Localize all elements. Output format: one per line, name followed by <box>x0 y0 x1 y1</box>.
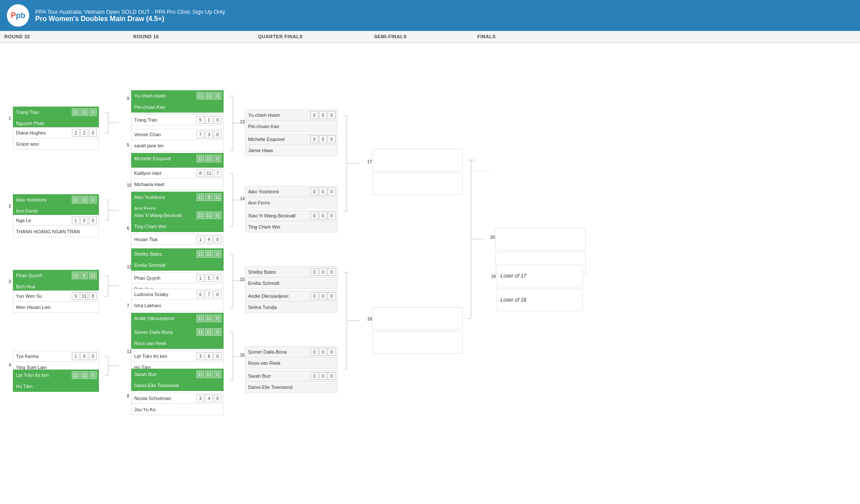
logo: Ppb <box>7 4 29 27</box>
r16-num-6: 6 <box>127 226 129 231</box>
qf-match-13: Yu-chieh Hsieh 0 0 0 Pei-chuan Kao Miche… <box>245 110 338 156</box>
seed-4-label: 4 <box>9 363 11 367</box>
header-text: PPA Tour Australia: Vietnam Open SOLD OU… <box>35 9 225 23</box>
round-label-r16: ROUND 16 <box>129 31 254 42</box>
round-labels: ROUND 32 ROUND 16 QUARTER FINALS SEMI-FI… <box>0 31 860 43</box>
r16-match-12: Somer Dalla-Bona 11 11 0 Roos van Reek L… <box>131 327 224 373</box>
finals-num-20: 20 <box>490 235 495 240</box>
team-name: Diana Hughes <box>16 130 72 135</box>
qf-num-15: 15 <box>240 277 245 282</box>
team-name: Nguyen Phan <box>16 121 97 126</box>
r32-match-2-team1: Aiko Yoshitomi 11 11 0 Anri Ferris <box>13 194 99 217</box>
team-name: Trang Tran <box>16 110 72 115</box>
loser-18-label: Loser of 18 <box>501 297 526 303</box>
r16-num-8: 8 <box>127 394 129 398</box>
r16-num-7: 7 <box>127 303 129 308</box>
qf-num-16: 16 <box>240 353 245 357</box>
qf-num-13: 13 <box>240 119 245 124</box>
header-subtitle: Pro Women's Doubles Main Draw (4.5+) <box>35 15 225 23</box>
qf-num-14: 14 <box>240 196 245 201</box>
seed-1-label: 1 <box>9 116 11 121</box>
sf-num-17: 17 <box>367 159 372 164</box>
r32-match-3-team1: Phan Quynh 11 8 11 Bich Hua <box>13 270 99 292</box>
round-label-r32: ROUND 32 <box>0 31 129 42</box>
sf-match-17 <box>372 149 463 195</box>
r16-num-5: 5 <box>127 143 129 147</box>
r32-match-2-team2: Nga Le 1 0 0 THANH HOANG NGAN TRAN <box>13 215 99 237</box>
round-label-sf: SEMI-FINALS <box>370 31 473 42</box>
r16-match-10: Kaitlynn Hart 8 11 7 Michaela Haet Aiko … <box>131 168 224 214</box>
r32-match-3-team2: Yun Wen Su 5 11 8 Wen Hsuan Lien <box>13 290 99 313</box>
bracket-wrapper: 1 Trang Tran 11 11 0 Nguyen Phan Diana H… <box>0 43 860 494</box>
r16-num-9: 9 <box>127 96 129 101</box>
qf-match-14: Aiko Yoshitomi 0 0 0 Anri Ferris Xiao Yi… <box>245 186 338 232</box>
r32-match-1-team2: Diana Hughes 2 2 0 Grace woo <box>13 127 99 150</box>
loser-match-19: Loser of 17 Loser of 18 <box>497 265 583 311</box>
seed-3-label: 3 <box>9 279 11 284</box>
qf-match-15: Shelby Bates 0 0 0 Emilia Schmidt Andie … <box>245 266 338 313</box>
r32-match-1-team1: Trang Tran 11 11 0 Nguyen Phan <box>13 107 99 129</box>
r16-match-11: Shelby Bates 11 11 0 Emilia Schmidt Phan… <box>131 248 224 295</box>
team-name: Grace woo <box>16 141 97 147</box>
qf-match-16: Somer Dalla-Bona 0 0 0 Roos van Reek Sar… <box>245 346 338 393</box>
loser-17-label: Loser of 17 <box>501 273 526 279</box>
header: Ppb PPA Tour Australia: Vietnam Open SOL… <box>0 0 860 31</box>
sf-num-18: 18 <box>367 317 372 321</box>
seed-2-label: 2 <box>9 204 11 208</box>
loser-num-19: 19 <box>491 274 496 279</box>
r32-match-4-team2: Lợi Trần thị kim 11 11 0 Ho Tâm <box>13 370 99 392</box>
sf-match-18 <box>372 307 463 354</box>
r16-match-8: Sarah Burr 11 11 0 Danni-Elle Townsend N… <box>131 369 224 415</box>
round-label-finals: FINALS <box>473 31 860 42</box>
round-label-qf: QUARTER FINALS <box>254 31 370 42</box>
header-title: PPA Tour Australia: Vietnam Open SOLD OU… <box>35 9 225 15</box>
